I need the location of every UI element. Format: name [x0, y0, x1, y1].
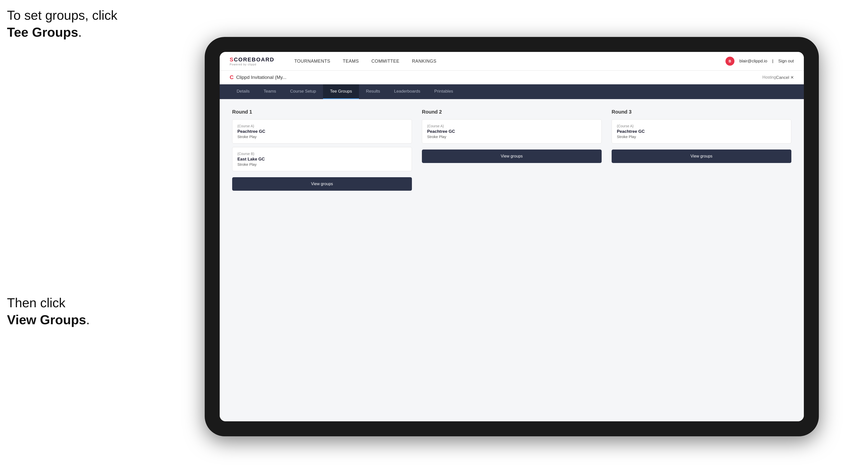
- hosting-label: Hosting: [763, 75, 776, 80]
- instruction-top: To set groups, click Tee Groups.: [7, 7, 117, 41]
- round-1-course-b-type: Stroke Play: [238, 162, 407, 166]
- round-3-view-groups-button[interactable]: View groups: [612, 150, 792, 163]
- nav-bar: SCOREBOARD Powered by clippd TOURNAMENTS…: [220, 52, 804, 71]
- nav-links: TOURNAMENTS TEAMS COMMITTEE RANKINGS: [294, 59, 711, 64]
- round-1-course-b-label: (Course B): [238, 152, 407, 156]
- round-3-course-a-name: Peachtree GC: [617, 129, 786, 134]
- round-3-title: Round 3: [612, 109, 792, 115]
- nav-user-email: blair@clippd.io: [739, 59, 767, 64]
- round-1-course-a-card: (Course A) Peachtree GC Stroke Play: [232, 119, 412, 144]
- tab-bar: Details Teams Course Setup Tee Groups Re…: [220, 84, 804, 99]
- tab-teams[interactable]: Teams: [257, 84, 283, 99]
- sign-out-link[interactable]: Sign out: [778, 59, 794, 64]
- round-1-title: Round 1: [232, 109, 412, 115]
- tab-details[interactable]: Details: [230, 84, 257, 99]
- tab-printables[interactable]: Printables: [427, 84, 460, 99]
- round-3-course-a-card: (Course A) Peachtree GC Stroke Play: [612, 119, 792, 144]
- user-avatar: B: [725, 57, 735, 66]
- logo-text: SCOREBOARD: [230, 56, 274, 63]
- logo: SCOREBOARD Powered by clippd: [230, 56, 274, 66]
- nav-committee[interactable]: COMMITTEE: [371, 59, 400, 64]
- logo-sub: Powered by clippd: [230, 63, 274, 66]
- round-1-course-a-label: (Course A): [238, 124, 407, 128]
- round-2-course-a-label: (Course A): [427, 124, 596, 128]
- tab-course-setup[interactable]: Course Setup: [283, 84, 323, 99]
- round-2-course-a-type: Stroke Play: [427, 134, 596, 139]
- tab-results[interactable]: Results: [359, 84, 387, 99]
- instruction-top-bold: Tee Groups: [7, 25, 78, 39]
- nav-right: B blair@clippd.io | Sign out: [725, 57, 794, 66]
- nav-teams[interactable]: TEAMS: [343, 59, 359, 64]
- instruction-bottom: Then click View Groups.: [7, 294, 90, 328]
- tournament-title: Clippd Invitational (My...: [236, 74, 761, 80]
- round-3-course-a-label: (Course A): [617, 124, 786, 128]
- tab-leaderboards[interactable]: Leaderboards: [387, 84, 427, 99]
- round-1-view-groups-button[interactable]: View groups: [232, 177, 412, 191]
- round-2-course-a-card: (Course A) Peachtree GC Stroke Play: [422, 119, 601, 144]
- round-2-course-a-name: Peachtree GC: [427, 129, 596, 134]
- round-3-column: Round 3 (Course A) Peachtree GC Stroke P…: [612, 109, 792, 191]
- round-2-view-groups-button[interactable]: View groups: [422, 150, 601, 163]
- round-1-course-b-name: East Lake GC: [238, 157, 407, 162]
- subtitle-bar: C Clippd Invitational (My... Hosting Can…: [220, 71, 804, 84]
- rounds-container: Round 1 (Course A) Peachtree GC Stroke P…: [232, 109, 792, 191]
- round-1-column: Round 1 (Course A) Peachtree GC Stroke P…: [232, 109, 412, 191]
- main-content: Round 1 (Course A) Peachtree GC Stroke P…: [220, 99, 804, 421]
- round-2-title: Round 2: [422, 109, 601, 115]
- round-1-course-a-type: Stroke Play: [238, 134, 407, 139]
- round-1-course-a-name: Peachtree GC: [238, 129, 407, 134]
- tab-tee-groups[interactable]: Tee Groups: [323, 84, 359, 99]
- round-1-course-b-card: (Course B) East Lake GC Stroke Play: [232, 147, 412, 171]
- instruction-bottom-bold: View Groups: [7, 312, 86, 327]
- round-3-course-a-type: Stroke Play: [617, 134, 786, 139]
- tablet-screen: SCOREBOARD Powered by clippd TOURNAMENTS…: [220, 52, 804, 421]
- instruction-top-line1: To set groups, click: [7, 8, 117, 23]
- instruction-bottom-line1: Then click: [7, 295, 65, 310]
- nav-rankings[interactable]: RANKINGS: [412, 59, 436, 64]
- tablet-device: SCOREBOARD Powered by clippd TOURNAMENTS…: [205, 37, 819, 436]
- cancel-button[interactable]: Cancel ✕: [776, 75, 794, 80]
- nav-tournaments[interactable]: TOURNAMENTS: [294, 59, 330, 64]
- round-2-column: Round 2 (Course A) Peachtree GC Stroke P…: [422, 109, 601, 191]
